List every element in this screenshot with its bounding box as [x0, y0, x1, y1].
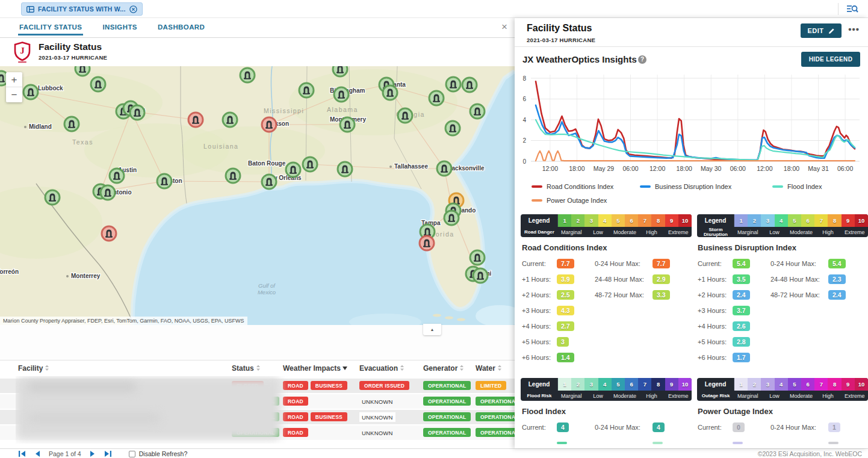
- facility-marker[interactable]: [91, 77, 105, 91]
- scale-cell-1: 1: [558, 378, 571, 391]
- city-label: Baton Rouge: [248, 160, 286, 167]
- facility-marker[interactable]: [303, 157, 317, 172]
- collapse-panel-button[interactable]: ▲: [423, 324, 441, 335]
- series-business-disruption-index: [536, 105, 855, 160]
- index-value-badge: 2.4: [828, 290, 846, 300]
- index-label: +2 Hours:: [698, 291, 733, 299]
- facility-marker[interactable]: [470, 104, 485, 119]
- edit-button[interactable]: EDIT: [801, 23, 842, 38]
- scale-cell-4: 4: [598, 214, 612, 227]
- facility-marker[interactable]: [223, 113, 237, 127]
- x-tick-label: 12:00: [649, 165, 665, 172]
- facility-marker[interactable]: [130, 105, 144, 120]
- facility-marker[interactable]: [429, 91, 444, 105]
- scale-cell-2: 2: [748, 378, 761, 391]
- facility-marker[interactable]: [75, 66, 90, 76]
- legend-swatch: [532, 185, 542, 188]
- scale-cell-7: 7: [814, 214, 828, 227]
- facility-marker[interactable]: [470, 250, 485, 265]
- column-header-status[interactable]: Status: [232, 364, 261, 373]
- facility-marker[interactable]: [240, 68, 255, 82]
- next-page-button[interactable]: [90, 450, 96, 457]
- index-value-badge: 7.7: [653, 259, 670, 268]
- facility-marker[interactable]: [286, 162, 300, 177]
- facility-map[interactable]: TexasLouisianaMississippiAlabamaGeorgiaF…: [0, 66, 515, 325]
- facility-marker[interactable]: [64, 117, 79, 131]
- sort-icon: [497, 365, 502, 371]
- facility-marker[interactable]: [226, 169, 240, 183]
- scale-cell-6: 6: [801, 214, 814, 227]
- facility-marker[interactable]: [462, 78, 477, 92]
- facility-marker[interactable]: [446, 77, 460, 91]
- facility-marker[interactable]: [383, 85, 397, 100]
- facility-marker[interactable]: [188, 113, 203, 127]
- facility-marker[interactable]: [157, 174, 172, 188]
- facility-marker[interactable]: [340, 117, 355, 132]
- column-header-facility[interactable]: Facility: [18, 364, 49, 373]
- tab-insights[interactable]: INSIGHTS: [101, 18, 138, 36]
- city-label: Torreón: [0, 268, 19, 275]
- previous-page-button[interactable]: [34, 450, 40, 457]
- facility-marker[interactable]: [338, 162, 352, 176]
- page-subtitle: 2021-03-17 HURRICANE: [39, 54, 107, 61]
- facility-marker[interactable]: [473, 268, 488, 283]
- zoom-in-button[interactable]: +: [6, 72, 22, 87]
- more-options-button[interactable]: •••: [848, 24, 860, 34]
- search-button[interactable]: [838, 3, 858, 15]
- facility-marker[interactable]: [262, 117, 276, 132]
- facility-marker[interactable]: [445, 121, 460, 135]
- facility-marker[interactable]: [444, 211, 459, 225]
- severity-label: Moderate: [612, 229, 638, 235]
- facility-marker[interactable]: [437, 161, 451, 176]
- scale-cell-1: 1: [734, 378, 748, 391]
- facility-marker[interactable]: [110, 169, 124, 183]
- index-label: +6 Hours:: [698, 354, 733, 361]
- facility-marker[interactable]: [45, 190, 60, 205]
- first-page-button[interactable]: [18, 450, 26, 457]
- water-badge: LIMITED: [476, 381, 506, 390]
- legend-swatch: [772, 185, 783, 188]
- scale-name: Flood Risk: [521, 394, 558, 398]
- zoom-out-button[interactable]: −: [6, 87, 22, 102]
- facility-marker[interactable]: [299, 83, 314, 97]
- facility-marker[interactable]: [102, 226, 116, 241]
- scale-cell-5: 5: [788, 214, 801, 227]
- scale-cell-7: 7: [638, 378, 651, 391]
- index-row: 48-72 Hour Max:2.4: [770, 287, 846, 303]
- disable-refresh-checkbox[interactable]: [129, 451, 135, 457]
- facility-marker[interactable]: [420, 236, 434, 250]
- x-tick-label: 18:00: [784, 165, 799, 172]
- scale-cell-9: 9: [842, 378, 855, 391]
- column-header-water[interactable]: Water: [476, 364, 502, 373]
- index-value-badge: [653, 442, 663, 444]
- insights-chart: 12:0018:00May 2906:0012:0018:00May 3006:…: [518, 70, 866, 183]
- generator-badge: OPERATIONAL: [423, 412, 471, 421]
- facility-marker[interactable]: [23, 85, 38, 99]
- column-header-evacuation[interactable]: Evacuation: [359, 364, 405, 373]
- panel-close-icon[interactable]: ×: [501, 21, 507, 33]
- last-page-button[interactable]: [104, 450, 112, 457]
- facility-marker[interactable]: [398, 108, 412, 123]
- board-tab-chip[interactable]: FACILITY STATUS WITH W...: [21, 2, 143, 16]
- facility-marker[interactable]: [262, 175, 276, 189]
- tab-facility-status[interactable]: FACILITY STATUS: [18, 18, 83, 36]
- footer-bar: Page 1 of 4 Disable Refresh? ©2023 ESi A…: [0, 448, 868, 458]
- tab-dashboard[interactable]: DASHBOARD: [157, 18, 206, 36]
- column-header-generator[interactable]: Generator: [423, 364, 464, 373]
- facility-marker[interactable]: [334, 87, 349, 102]
- hide-legend-button[interactable]: HIDE LEGEND: [801, 52, 860, 67]
- index-value-badge: 1: [828, 422, 840, 432]
- scale-cell-8: 8: [828, 214, 841, 227]
- scale-name: Storm Disruption: [697, 227, 734, 237]
- index-label: +1 Hours:: [522, 276, 557, 283]
- evacuation-value: UNKNOWN: [359, 397, 395, 406]
- risk-scale-outage-risk: Legend12345678910Outage RiskMarginalLowM…: [697, 378, 868, 401]
- column-header-weather-impacts[interactable]: Weather Impacts: [283, 364, 347, 373]
- help-icon[interactable]: ?: [638, 55, 646, 64]
- facility-marker[interactable]: [101, 185, 115, 200]
- facility-marker[interactable]: [333, 66, 347, 76]
- copyright-text: ©2023 ESi Acquisition, Inc. WebEOC: [758, 450, 862, 457]
- index-value-badge: [557, 442, 567, 444]
- close-tab-icon[interactable]: [129, 5, 137, 13]
- board-header: J Facility Status 2021-03-17 HURRICANE: [0, 38, 515, 66]
